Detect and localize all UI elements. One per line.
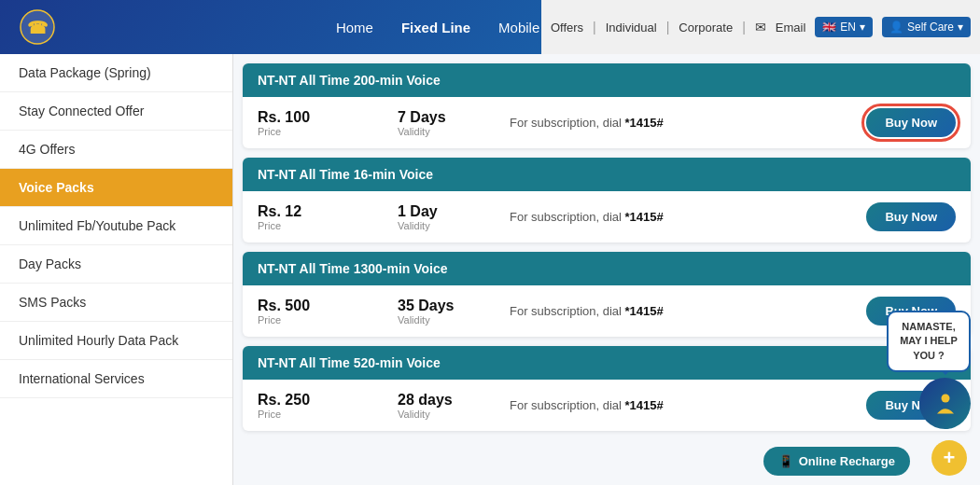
pack-price-block-16min: Rs. 12 Price <box>258 203 379 231</box>
pack-body-16min: Rs. 12 Price 1 Day Validity For subscrip… <box>243 191 971 242</box>
main-container: Data Package (Spring) Stay Connected Off… <box>0 54 980 485</box>
email-link[interactable]: Email <box>776 21 806 35</box>
pack-validity-16min: 1 Day <box>398 203 491 220</box>
pack-subscription-520min: For subscription, dial *1415# <box>510 398 847 412</box>
buy-button-16min[interactable]: Buy Now <box>866 202 956 231</box>
pack-price-block-200min: Rs. 100 Price <box>258 109 379 137</box>
svg-point-2 <box>941 394 949 402</box>
pack-price-label-16min: Price <box>258 220 379 231</box>
sidebar-item-voice-packs[interactable]: Voice Packs <box>0 169 232 207</box>
pack-price-block-1300min: Rs. 500 Price <box>258 298 379 326</box>
user-icon: 👤 <box>889 21 903 34</box>
nav-fixed-line[interactable]: Fixed Line <box>401 20 470 35</box>
pack-body-520min: Rs. 250 Price 28 days Validity For subsc… <box>243 380 971 431</box>
pack-card-200min: NT-NT All Time 200-min Voice Rs. 100 Pri… <box>243 63 971 148</box>
sidebar-item-4g-offers[interactable]: 4G Offers <box>0 131 232 169</box>
pack-subscription-16min: For subscription, dial *1415# <box>510 210 847 224</box>
chatbot-speech-bubble: NAMASTE, MAY I HELP YOU ? <box>887 311 971 372</box>
pack-header-200min: NT-NT All Time 200-min Voice <box>243 63 971 97</box>
pack-card-520min: NT-NT All Time 520-min Voice Rs. 250 Pri… <box>243 346 971 431</box>
pack-validity-200min: 7 Days <box>398 109 491 126</box>
pack-validity-label-16min: Validity <box>398 220 491 231</box>
pack-validity-label-520min: Validity <box>398 409 491 420</box>
pack-body-1300min: Rs. 500 Price 35 Days Validity For subsc… <box>243 285 971 337</box>
individual-link[interactable]: Individual <box>606 21 657 35</box>
sidebar-item-unlimited-hourly[interactable]: Unlimited Hourly Data Pack <box>0 322 232 360</box>
nav-home[interactable]: Home <box>336 20 373 35</box>
pack-price-block-520min: Rs. 250 Price <box>258 392 379 420</box>
sidebar: Data Package (Spring) Stay Connected Off… <box>0 54 233 485</box>
pack-validity-block-16min: 1 Day Validity <box>398 203 491 231</box>
offers-link[interactable]: Offers <box>551 21 583 35</box>
pack-validity-block-1300min: 35 Days Validity <box>398 298 491 326</box>
online-recharge-button[interactable]: 📱 Online Recharge <box>763 447 910 476</box>
pack-validity-1300min: 35 Days <box>398 298 491 314</box>
pack-validity-label-1300min: Validity <box>398 314 491 326</box>
pack-price-520min: Rs. 250 <box>258 392 379 409</box>
pack-subscription-1300min: For subscription, dial *1415# <box>510 304 847 318</box>
pack-header-16min: NT-NT All Time 16-min Voice <box>243 158 971 191</box>
pack-body-200min: Rs. 100 Price 7 Days Validity For subscr… <box>243 97 971 148</box>
chatbot-avatar[interactable] <box>919 378 971 429</box>
recharge-icon: 📱 <box>778 454 793 468</box>
sidebar-item-day-packs[interactable]: Day Packs <box>0 245 232 284</box>
pack-validity-520min: 28 days <box>398 392 491 409</box>
pack-header-1300min: NT-NT All Time 1300-min Voice <box>243 252 971 285</box>
pack-validity-label-200min: Validity <box>398 126 491 137</box>
sidebar-item-unlimited-fb[interactable]: Unlimited Fb/Youtube Pack <box>0 207 232 245</box>
email-icon: ✉ <box>755 20 766 35</box>
pack-validity-block-200min: 7 Days Validity <box>398 109 491 137</box>
selfcare-button[interactable]: 👤 Self Care ▾ <box>882 17 971 37</box>
pack-header-520min: NT-NT All Time 520-min Voice <box>243 346 971 380</box>
sidebar-item-data-package[interactable]: Data Package (Spring) <box>0 54 232 92</box>
flag-icon: 🇬🇧 <box>822 21 836 34</box>
svg-text:☎: ☎ <box>27 19 48 37</box>
sidebar-item-stay-connected[interactable]: Stay Connected Offer <box>0 92 232 131</box>
pack-subscription-200min: For subscription, dial *1415# <box>510 116 847 130</box>
pack-price-1300min: Rs. 500 <box>258 298 379 314</box>
header: ☎ Home Fixed Line Mobile Internet VAS 🔍 … <box>0 0 980 54</box>
pack-price-label-520min: Price <box>258 409 379 420</box>
pack-card-16min: NT-NT All Time 16-min Voice Rs. 12 Price… <box>243 158 971 242</box>
language-button[interactable]: 🇬🇧 EN ▾ <box>815 17 873 37</box>
plus-button[interactable]: + <box>931 440 967 476</box>
corporate-link[interactable]: Corporate <box>679 21 733 35</box>
chevron-down-icon-sc: ▾ <box>958 21 963 34</box>
header-right-bar: Offers | Individual | Corporate | ✉ Emai… <box>541 0 980 54</box>
chevron-down-icon: ▾ <box>860 21 865 34</box>
pack-price-200min: Rs. 100 <box>258 109 379 126</box>
logo-icon: ☎ <box>19 8 56 46</box>
pack-price-16min: Rs. 12 <box>258 203 379 220</box>
sidebar-item-international[interactable]: International Services <box>0 360 232 398</box>
chatbot-container: NAMASTE, MAY I HELP YOU ? <box>887 311 971 429</box>
nav-mobile[interactable]: Mobile <box>498 20 539 35</box>
selfcare-label: Self Care <box>907 21 954 34</box>
pack-validity-block-520min: 28 days Validity <box>398 392 491 420</box>
pack-price-label-1300min: Price <box>258 314 379 326</box>
buy-button-200min[interactable]: Buy Now <box>866 108 956 137</box>
sidebar-item-sms-packs[interactable]: SMS Packs <box>0 284 232 322</box>
lang-label: EN <box>840 21 856 34</box>
content-area: NT-NT All Time 200-min Voice Rs. 100 Pri… <box>233 54 980 485</box>
pack-card-1300min: NT-NT All Time 1300-min Voice Rs. 500 Pr… <box>243 252 971 337</box>
pack-price-label-200min: Price <box>258 126 379 137</box>
